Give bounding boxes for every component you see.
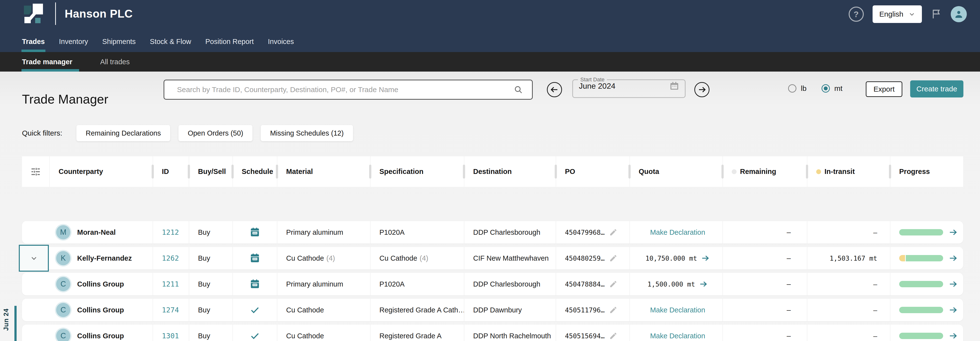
filter-open-orders[interactable]: Open Orders (50) xyxy=(178,125,253,141)
flag-icon[interactable] xyxy=(931,8,942,20)
edit-po-icon[interactable] xyxy=(609,254,617,262)
progress-bar xyxy=(899,307,943,313)
table-row[interactable]: C Collins Group 1211 Buy Primary aluminu… xyxy=(22,273,963,295)
column-settings-button[interactable] xyxy=(22,156,49,187)
filter-remaining-declarations[interactable]: Remaining Declarations xyxy=(76,125,170,141)
column-resize-handle[interactable] xyxy=(152,165,154,178)
column-header-id[interactable]: ID xyxy=(153,156,189,187)
make-declaration-link[interactable]: Make Declaration xyxy=(650,306,705,314)
column-resize-handle[interactable] xyxy=(721,165,724,178)
table-row[interactable]: K Kelly-Fernandez 1262 Buy Cu Cathode(4)… xyxy=(22,247,963,269)
column-header-po[interactable]: PO xyxy=(556,156,629,187)
nav-tab-position-report[interactable]: Position Report xyxy=(205,38,254,52)
schedule-calendar-icon[interactable] xyxy=(250,253,260,264)
nav-tab-trades[interactable]: Trades xyxy=(21,38,45,52)
quota-arrow-icon[interactable] xyxy=(699,280,708,288)
active-subtab-underline xyxy=(21,69,79,72)
column-resize-handle[interactable] xyxy=(188,165,190,178)
export-button[interactable]: Export xyxy=(866,81,902,97)
subnav-tab-label: All trades xyxy=(100,58,130,66)
schedule-calendar-icon[interactable] xyxy=(250,279,260,290)
column-header-buy-sell[interactable]: Buy/Sell xyxy=(189,156,232,187)
material-cell: Primary aluminum xyxy=(277,221,370,244)
subnav-tab-all-trades[interactable]: All trades xyxy=(100,52,137,72)
column-header-quota[interactable]: Quota xyxy=(629,156,722,187)
column-header-counterparty[interactable]: Counterparty xyxy=(49,156,153,187)
unit-radio-mt[interactable]: mt xyxy=(822,84,842,92)
column-header-material[interactable]: Material xyxy=(277,156,370,187)
table-row[interactable]: C Collins Group 1274 Buy Cu Cathode Regi… xyxy=(22,299,963,321)
edit-po-icon[interactable] xyxy=(609,332,617,340)
counterparty-cell: C Collins Group xyxy=(49,325,153,341)
column-header-destination[interactable]: Destination xyxy=(464,156,556,187)
column-resize-handle[interactable] xyxy=(369,165,371,178)
table-row[interactable]: C Collins Group 1301 Buy Cu Cathode Regi… xyxy=(22,325,963,341)
column-header-remaining[interactable]: Remaining xyxy=(722,156,807,187)
counterparty-name: Collins Group xyxy=(77,306,124,314)
open-trade-arrow[interactable] xyxy=(948,228,958,237)
open-trade-arrow[interactable] xyxy=(948,305,958,315)
edit-po-icon[interactable] xyxy=(609,306,617,314)
nav-tab-stock-flow[interactable]: Stock & Flow xyxy=(150,38,192,52)
make-declaration-link[interactable]: Make Declaration xyxy=(650,228,705,236)
unit-radio-lb[interactable]: lb xyxy=(788,84,807,92)
column-resize-handle[interactable] xyxy=(276,165,278,178)
column-resize-handle[interactable] xyxy=(463,165,465,178)
unit-toggle-group: lb mt xyxy=(788,84,843,92)
nav-tab-inventory[interactable]: Inventory xyxy=(59,38,89,52)
create-trade-button[interactable]: Create trade xyxy=(910,80,963,97)
side-cell: Buy xyxy=(189,221,232,244)
side-cell: Buy xyxy=(189,325,232,341)
calendar-icon[interactable] xyxy=(670,81,679,91)
progress-complete-segment xyxy=(899,333,943,339)
column-resize-handle[interactable] xyxy=(806,165,808,178)
date-group-label: Jun 24 xyxy=(2,306,10,333)
po-number: 450515694… xyxy=(565,332,605,340)
trade-id-link[interactable]: 1262 xyxy=(162,254,179,262)
column-resize-handle[interactable] xyxy=(555,165,557,178)
id-cell: 1211 xyxy=(153,273,189,295)
nav-tab-invoices[interactable]: Invoices xyxy=(267,38,294,52)
open-trade-arrow[interactable] xyxy=(948,253,958,263)
column-resize-handle[interactable] xyxy=(231,165,234,178)
column-resize-handle[interactable] xyxy=(628,165,631,178)
edit-po-icon[interactable] xyxy=(609,228,617,236)
edit-po-icon[interactable] xyxy=(609,280,617,288)
previous-period-button[interactable] xyxy=(547,82,562,97)
help-icon[interactable]: ? xyxy=(849,6,864,22)
filter-missing-schedules[interactable]: Missing Schedules (12) xyxy=(261,125,353,141)
schedule-calendar-icon[interactable] xyxy=(250,227,260,238)
trade-id-link[interactable]: 1212 xyxy=(162,228,179,236)
trade-id-link[interactable]: 1274 xyxy=(162,306,179,314)
nav-tab-shipments[interactable]: Shipments xyxy=(102,38,136,52)
search-icon[interactable] xyxy=(514,85,523,94)
po-cell: 450511796… xyxy=(556,299,629,321)
quota-cell: 1,500.000 mt 1,500.000 mt xyxy=(629,273,722,295)
quota-cell: 10,750.000 mt 10,750.000 mt xyxy=(629,247,722,269)
progress-bar xyxy=(899,333,943,339)
counterparty-name: Moran-Neal xyxy=(77,228,116,236)
user-avatar[interactable] xyxy=(951,6,967,22)
brand-divider xyxy=(55,2,56,25)
destination-cell: DDP Charlesborough xyxy=(464,221,556,244)
column-header-progress[interactable]: Progress xyxy=(890,156,963,187)
trade-id-link[interactable]: 1211 xyxy=(162,280,179,288)
column-header-specification[interactable]: Specification xyxy=(370,156,464,187)
column-resize-handle[interactable] xyxy=(889,165,891,178)
column-header-schedule[interactable]: Schedule xyxy=(232,156,277,187)
search-input[interactable] xyxy=(177,85,514,94)
column-header-in-transit[interactable]: In-transit xyxy=(807,156,890,187)
expand-cell xyxy=(22,247,49,269)
expand-row-button[interactable] xyxy=(19,245,49,272)
table-row[interactable]: M Moran-Neal 1212 Buy Primary aluminum P… xyxy=(22,221,963,244)
language-selector[interactable]: English xyxy=(873,5,922,23)
open-trade-arrow[interactable] xyxy=(948,331,958,341)
next-period-button[interactable] xyxy=(694,82,710,97)
open-trade-arrow[interactable] xyxy=(948,279,958,289)
start-date-field[interactable]: Start Date June 2024 xyxy=(572,76,686,98)
quota-arrow-icon[interactable] xyxy=(701,254,710,263)
make-declaration-link[interactable]: Make Declaration xyxy=(650,332,705,340)
subnav-tab-trade-manager[interactable]: Trade manager xyxy=(21,52,79,72)
progress-cell xyxy=(890,299,963,321)
trade-id-link[interactable]: 1301 xyxy=(162,332,179,340)
